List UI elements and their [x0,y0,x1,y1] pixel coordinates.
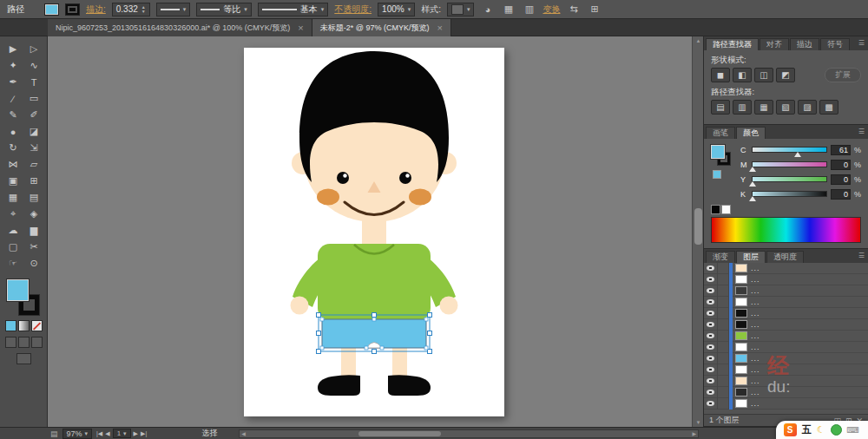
tab-gradient[interactable]: 渐变 [706,251,735,263]
slider-handle-icon[interactable] [749,181,756,187]
merge-icon[interactable]: ▦ [754,100,773,115]
fill-color-swatch[interactable] [44,3,59,16]
artboard[interactable] [244,48,504,416]
layer-lock-cell[interactable] [718,274,729,285]
expand-button[interactable]: 扩展 [825,68,861,82]
minus-back-icon[interactable]: ▩ [819,100,838,115]
brush-definition-combo[interactable]: 基本 ▾ [258,3,329,16]
layer-thumbnail[interactable] [735,275,747,284]
visibility-toggle[interactable] [704,376,718,387]
moon-icon[interactable]: ☾ [817,424,825,436]
layer-thumbnail[interactable] [735,365,747,374]
horizontal-scrollbar[interactable]: ◀ ▶ [239,429,699,438]
draw-normal-button[interactable] [5,337,16,348]
channel-slider[interactable] [752,176,827,182]
layer-thumbnail[interactable] [735,399,747,408]
channel-slider[interactable] [752,191,827,197]
opacity-link[interactable]: 不透明度: [334,3,372,16]
tab-brushes[interactable]: 画笔 [706,127,735,139]
boy-eye-right[interactable] [399,172,411,184]
last-artboard-button[interactable]: ▶| [141,430,147,437]
screen-mode-button[interactable] [16,353,31,364]
layer-row[interactable]: ... [704,387,868,398]
layer-lock-cell[interactable] [718,342,729,353]
white-swatch[interactable] [721,205,731,214]
slice-tool[interactable]: ✂ [23,239,44,255]
layer-thumbnail[interactable] [735,343,747,351]
layer-thumbnail[interactable] [735,354,747,363]
ime-status-icon[interactable] [831,424,842,436]
tab-align[interactable]: 对齐 [760,38,789,50]
opacity-combo[interactable]: 100% ▾ [378,3,415,16]
horizontal-scrollbar-thumb[interactable] [358,431,441,436]
layer-lock-cell[interactable] [718,308,729,319]
eyedropper-tool[interactable]: ⌖ [3,206,23,222]
next-artboard-button[interactable]: ▶ [134,430,138,437]
layer-thumbnail[interactable] [735,388,747,396]
layer-row[interactable]: ... [704,364,868,376]
stepper-icon[interactable]: ▲ ▼ [141,5,146,14]
layer-lock-cell[interactable] [718,297,729,308]
boy-cheek-left[interactable] [317,189,339,206]
column-graph-tool[interactable]: ▆ [23,222,44,239]
align-icon-b[interactable]: ▥ [522,3,536,15]
eraser-tool[interactable]: ◪ [23,123,44,140]
gradient-mode-button[interactable] [18,320,30,331]
tab-transparency[interactable]: 透明度 [766,251,804,263]
scale-tool[interactable]: ⇲ [23,140,44,156]
layer-lock-cell[interactable] [718,263,729,274]
panel-menu-icon[interactable]: ☰ [858,39,865,47]
outline-icon[interactable]: ▨ [798,100,817,115]
layer-row[interactable]: ... [704,274,868,285]
rectangle-tool[interactable]: ▭ [23,90,44,107]
panel-menu-icon[interactable]: ☰ [858,252,865,259]
layer-row[interactable]: ... [704,285,868,297]
visibility-toggle[interactable] [704,285,718,297]
intersect-icon[interactable]: ◫ [754,68,773,82]
zoom-tool[interactable]: ⊙ [23,255,44,272]
layer-row[interactable]: ... [704,308,868,319]
scroll-up-icon[interactable]: ▲ [693,38,703,43]
boy-illustration[interactable] [291,51,458,396]
visibility-toggle[interactable] [704,331,718,342]
gradient-tool[interactable]: ▤ [23,189,44,206]
zoom-combo[interactable]: 97% ▾ [62,429,93,439]
lasso-tool[interactable]: ∿ [23,57,44,74]
stepper-down-icon[interactable]: ▼ [141,10,146,14]
layer-thumbnail[interactable] [735,320,747,329]
layer-lock-cell[interactable] [718,331,729,342]
transform-link[interactable]: 变换 [542,3,560,16]
layer-thumbnail[interactable] [735,298,747,306]
color-spectrum[interactable] [711,217,861,243]
layer-lock-cell[interactable] [718,387,729,398]
layer-thumbnail[interactable] [735,309,747,318]
visibility-toggle[interactable] [704,319,718,331]
layer-thumbnail[interactable] [735,331,747,340]
width-profile-combo[interactable]: 等比 ▾ [196,3,252,16]
layer-row[interactable]: ... [704,376,868,387]
recolor-artwork-icon[interactable]: ◕ [480,4,495,15]
visibility-toggle[interactable] [704,308,718,319]
scroll-down-icon[interactable]: ▼ [693,420,703,425]
channel-slider[interactable] [752,147,827,153]
ime-toolbar[interactable]: S 五 ☾ ⌨ [776,421,868,439]
tab-close-icon[interactable]: × [437,23,442,33]
selection-tool[interactable]: ▶ [3,41,23,57]
symbol-sprayer-tool[interactable]: ☁ [3,222,23,239]
layer-thumbnail[interactable] [735,286,747,295]
tab-layers[interactable]: 图层 [736,251,766,263]
divide-icon[interactable]: ▤ [711,100,730,115]
draw-behind-button[interactable] [18,337,30,348]
blob-brush-tool[interactable]: ● [3,123,23,140]
layer-row[interactable]: ... [704,353,868,364]
layer-lock-cell[interactable] [718,285,729,297]
scroll-left-icon[interactable]: ◀ [241,430,246,438]
boy-cheek-right[interactable] [409,189,431,206]
free-transform-tool[interactable]: ▱ [23,156,44,173]
slider-handle-icon[interactable] [749,196,756,201]
arrange-icon-a[interactable]: ⇆ [566,3,581,15]
boy-shoe-right[interactable] [388,375,431,396]
layer-row[interactable]: ... [704,331,868,342]
pen-tool[interactable]: ✒ [3,74,23,90]
rotate-tool[interactable]: ↻ [3,140,23,156]
